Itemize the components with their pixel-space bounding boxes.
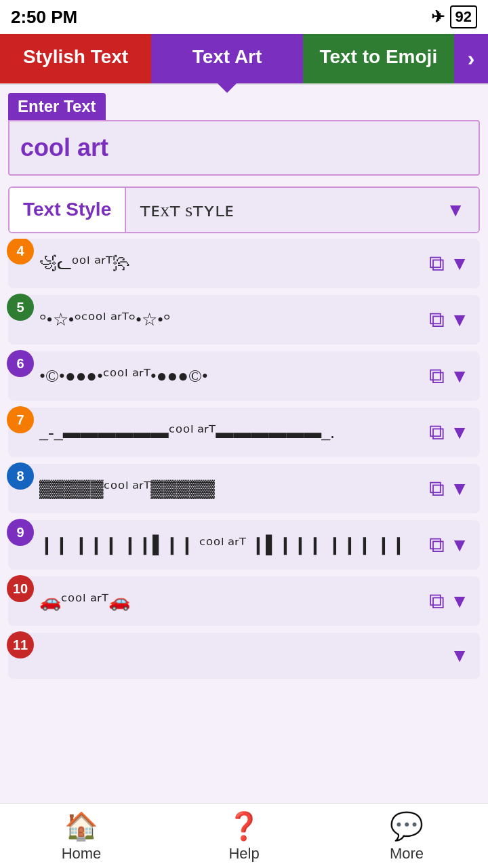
copy-button-5[interactable]: ⧉	[429, 307, 445, 332]
more-icon: 💬	[390, 810, 424, 842]
nav-more-label: More	[390, 845, 424, 863]
copy-button-6[interactable]: ⧉	[429, 363, 445, 389]
item-actions-5: ⧉ ▼	[429, 307, 469, 332]
expand-button-6[interactable]: ▼	[450, 366, 469, 387]
expand-button-11[interactable]: ▼	[450, 645, 469, 667]
item-number-9: 9	[7, 519, 34, 546]
tab-bar: Stylish Text Text Art Text to Emoji ›	[0, 34, 488, 85]
style-label: Text Style	[9, 188, 126, 232]
item-text-4: ꧁ᓚᵒᵒˡ ᵃʳᵀ꧂	[19, 253, 429, 274]
home-icon: 🏠	[64, 810, 98, 842]
result-item-5: 5 °•☆•°ᶜᵒᵒˡ ᵃʳᵀ°•☆•° ⧉ ▼	[8, 295, 480, 344]
item-text-10: 🚗ᶜᵒᵒˡ ᵃʳᵀ🚗	[19, 591, 429, 612]
text-input[interactable]	[8, 120, 480, 176]
nav-home-label: Home	[62, 845, 102, 863]
expand-button-5[interactable]: ▼	[450, 309, 469, 331]
result-item-8: 8 ▓▓▓▓▓ᶜᵒᵒˡ ᵃʳᵀ▓▓▓▓▓ ⧉ ▼	[8, 464, 480, 513]
item-actions-7: ⧉ ▼	[429, 420, 469, 445]
tab-stylish-text[interactable]: Stylish Text	[0, 34, 151, 83]
expand-button-8[interactable]: ▼	[450, 478, 469, 500]
status-bar: 2:50 PM ✈ 92	[0, 0, 488, 34]
help-icon: ❓	[227, 810, 261, 842]
item-actions-9: ⧉ ▼	[429, 532, 469, 557]
item-text-7: _-_▬▬▬▬▬▬ᶜᵒᵒˡ ᵃʳᵀ▬▬▬▬▬▬_.	[19, 422, 429, 443]
nav-help-label: Help	[228, 845, 259, 863]
item-text-6: •©•●●●•ᶜᵒᵒˡ ᵃʳᵀ•●●●©•	[19, 366, 429, 387]
time-display: 2:50 PM	[11, 7, 77, 28]
item-actions-4: ⧉ ▼	[429, 251, 469, 276]
copy-button-8[interactable]: ⧉	[429, 476, 445, 501]
status-icons: ✈ 92	[431, 5, 477, 28]
nav-help[interactable]: ❓ Help	[163, 810, 325, 863]
item-actions-8: ⧉ ▼	[429, 476, 469, 501]
item-actions-10: ⧉ ▼	[429, 589, 469, 614]
item-text-5: °•☆•°ᶜᵒᵒˡ ᵃʳᵀ°•☆•°	[19, 309, 429, 330]
item-number-11: 11	[7, 631, 34, 658]
result-item-11: 11 ▼	[8, 633, 480, 679]
copy-button-7[interactable]: ⧉	[429, 420, 445, 445]
bottom-nav: 🏠 Home ❓ Help 💬 More	[0, 803, 488, 868]
item-actions-11: ▼	[450, 645, 469, 667]
item-text-8: ▓▓▓▓▓ᶜᵒᵒˡ ᵃʳᵀ▓▓▓▓▓	[19, 478, 429, 499]
airplane-icon: ✈	[431, 7, 445, 26]
input-section: Enter Text	[0, 85, 488, 181]
result-item-10: 10 🚗ᶜᵒᵒˡ ᵃʳᵀ🚗 ⧉ ▼	[8, 576, 480, 626]
tab-text-to-emoji[interactable]: Text to Emoji	[303, 34, 454, 83]
result-item-9: 9 ❙❙ ❙❙❙ ❙❙▌❙❙ ᶜᵒᵒˡ ᵃʳᵀ ❙▌❙❙❙ ❙❙❙ ❙❙ ⧉ ▼	[8, 520, 480, 570]
input-label: Enter Text	[8, 93, 106, 120]
tab-more[interactable]: ›	[454, 34, 488, 83]
result-item-6: 6 •©•●●●•ᶜᵒᵒˡ ᵃʳᵀ•●●●©• ⧉ ▼	[8, 351, 480, 401]
copy-button-9[interactable]: ⧉	[429, 532, 445, 557]
style-selector: Text Style ᴛᴇxᴛ sᴛʏʟᴇ ▼	[8, 186, 480, 233]
battery-indicator: 92	[450, 5, 477, 28]
tab-text-art[interactable]: Text Art	[151, 34, 302, 83]
item-number-7: 7	[7, 406, 34, 433]
style-dropdown-text: ᴛᴇxᴛ sᴛʏʟᴇ	[140, 199, 234, 221]
nav-home[interactable]: 🏠 Home	[0, 810, 163, 863]
copy-button-10[interactable]: ⧉	[429, 589, 445, 614]
item-number-6: 6	[7, 350, 34, 377]
item-number-10: 10	[7, 575, 34, 602]
item-number-8: 8	[7, 462, 34, 490]
result-item-4: 4 ꧁ᓚᵒᵒˡ ᵃʳᵀ꧂ ⧉ ▼	[8, 239, 480, 288]
expand-button-10[interactable]: ▼	[450, 591, 469, 612]
style-dropdown[interactable]: ᴛᴇxᴛ sᴛʏʟᴇ ▼	[126, 188, 479, 232]
copy-button-4[interactable]: ⧉	[429, 251, 445, 276]
nav-more[interactable]: 💬 More	[325, 810, 488, 863]
result-item-7: 7 _-_▬▬▬▬▬▬ᶜᵒᵒˡ ᵃʳᵀ▬▬▬▬▬▬_. ⧉ ▼	[8, 408, 480, 457]
item-actions-6: ⧉ ▼	[429, 363, 469, 389]
expand-button-4[interactable]: ▼	[450, 253, 469, 275]
expand-button-9[interactable]: ▼	[450, 534, 469, 556]
dropdown-arrow-icon: ▼	[446, 199, 465, 221]
expand-button-7[interactable]: ▼	[450, 422, 469, 443]
results-list: 4 ꧁ᓚᵒᵒˡ ᵃʳᵀ꧂ ⧉ ▼ 5 °•☆•°ᶜᵒᵒˡ ᵃʳᵀ°•☆•° ⧉ …	[0, 239, 488, 803]
item-text-9: ❙❙ ❙❙❙ ❙❙▌❙❙ ᶜᵒᵒˡ ᵃʳᵀ ❙▌❙❙❙ ❙❙❙ ❙❙	[19, 534, 429, 555]
item-number-5: 5	[7, 294, 34, 321]
